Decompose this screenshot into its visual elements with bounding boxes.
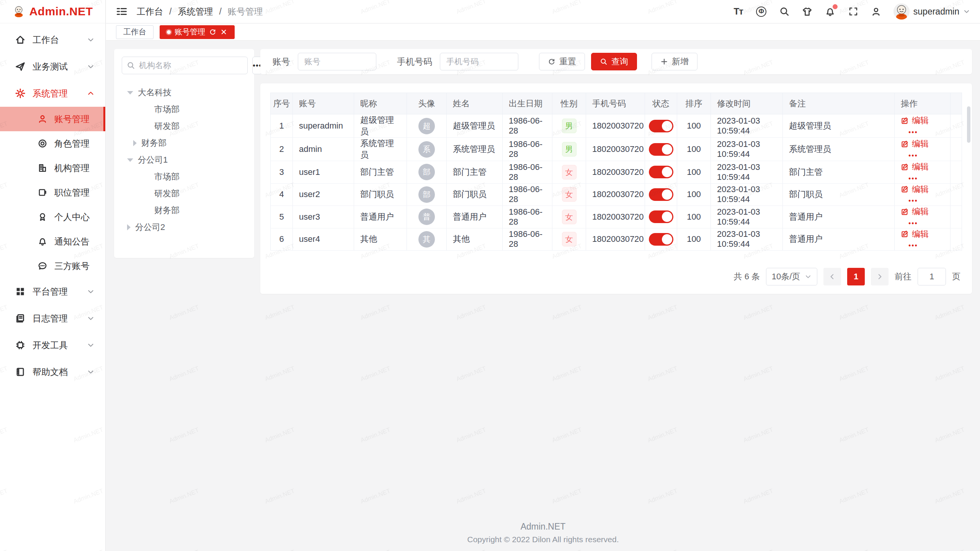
status-toggle[interactable] (649, 120, 673, 132)
theme-icon[interactable] (802, 6, 813, 17)
user-menu[interactable]: superadmin (893, 3, 970, 20)
caret-expanded-icon[interactable] (127, 158, 133, 162)
table-row: 6 user4 其他 其 其他 1986-06-28 女 18020030720… (271, 228, 962, 251)
more-actions-button[interactable]: ••• (908, 220, 918, 227)
add-button[interactable]: 新增 (652, 53, 697, 70)
sidebar-item-personal-center[interactable]: 个人中心 (0, 205, 105, 229)
sidebar-item-label: 三方账号 (54, 260, 90, 272)
notification-bell-icon[interactable] (825, 6, 836, 17)
edit-button[interactable]: 编辑 (901, 161, 929, 173)
document-icon (15, 313, 26, 324)
more-actions-button[interactable]: ••• (908, 197, 918, 205)
status-toggle[interactable] (649, 233, 673, 246)
more-actions-button[interactable]: ••• (908, 152, 918, 160)
sidebar-item-system-management[interactable]: 系统管理 (0, 80, 105, 107)
sidebar-item-label: 平台管理 (33, 286, 87, 298)
edit-button[interactable]: 编辑 (901, 228, 929, 240)
sidebar-item-help-docs[interactable]: 帮助文档 (0, 359, 105, 385)
tree-node[interactable]: 研发部 (122, 185, 247, 202)
tree-node[interactable]: 分公司2 (122, 219, 247, 236)
tree-node[interactable]: 大名科技 (122, 84, 247, 101)
building-icon (38, 163, 47, 173)
more-actions-button[interactable]: ••• (908, 242, 918, 249)
tree-node[interactable]: 市场部 (122, 168, 247, 185)
app-logo[interactable]: Admin.NET (0, 0, 105, 23)
gear-icon (15, 88, 26, 99)
col-actions: 操作 (895, 93, 951, 114)
sidebar-item-business-test[interactable]: 业务测试 (0, 53, 105, 80)
tree-node[interactable]: 研发部 (122, 118, 247, 135)
status-toggle[interactable] (649, 143, 673, 156)
tree-node[interactable]: 财务部 (122, 135, 247, 152)
org-tree: 大名科技 市场部 研发部 财务部 分公司1 市场部 研发部 财务部 分公司2 (122, 84, 247, 236)
caret-collapsed-icon[interactable] (133, 140, 137, 146)
next-page-button[interactable] (871, 268, 889, 285)
profile-icon[interactable] (871, 6, 882, 17)
tab-account-management[interactable]: 账号管理 (160, 25, 235, 39)
logo-monk-icon (12, 5, 25, 18)
search-icon[interactable] (779, 6, 790, 17)
sidebar-item-role-management[interactable]: 角色管理 (0, 131, 105, 156)
table-scrollbar-thumb[interactable] (967, 106, 970, 143)
sidebar-item-label: 职位管理 (54, 187, 90, 199)
accounts-table-panel: 序号 账号 昵称 头像 姓名 出生日期 性别 手机号码 状态 排序 修改时间 备… (260, 83, 972, 294)
page-number-1[interactable]: 1 (847, 268, 865, 285)
edit-button[interactable]: 编辑 (901, 184, 929, 195)
tab-workbench[interactable]: 工作台 (116, 25, 154, 39)
phone-input[interactable] (440, 53, 518, 70)
sidebar-item-platform-management[interactable]: 平台管理 (0, 278, 105, 305)
tree-node[interactable]: 分公司1 (122, 152, 247, 168)
role-icon (38, 139, 47, 148)
sidebar-item-account-management[interactable]: 账号管理 (0, 107, 105, 131)
chevron-left-icon (829, 273, 836, 280)
account-label: 账号 (273, 56, 290, 68)
font-size-icon[interactable]: Tт (733, 6, 744, 17)
reset-button[interactable]: 重置 (539, 53, 585, 70)
edit-button[interactable]: 编辑 (901, 115, 929, 126)
status-toggle[interactable] (649, 188, 673, 201)
breadcrumb-separator: / (169, 7, 172, 17)
caret-collapsed-icon[interactable] (127, 224, 131, 230)
status-toggle[interactable] (649, 210, 673, 223)
sidebar-item-log-management[interactable]: 日志管理 (0, 305, 105, 332)
caret-expanded-icon[interactable] (127, 91, 133, 95)
language-icon[interactable]: Ф (756, 6, 767, 17)
avatar: 其 (418, 231, 435, 248)
account-input[interactable] (298, 53, 376, 70)
more-actions-button[interactable]: ••• (908, 129, 918, 136)
page-size-select[interactable]: 10条/页 (766, 268, 817, 285)
top-bar: 工作台 / 系统管理 / 账号管理 Tт Ф superadmin (106, 0, 980, 23)
more-actions-button[interactable]: ••• (908, 175, 918, 183)
fullscreen-icon[interactable] (848, 6, 859, 17)
tags-view-bar: 工作台 账号管理 (106, 24, 980, 41)
refresh-icon[interactable] (209, 28, 216, 36)
refresh-icon (548, 58, 555, 65)
status-toggle[interactable] (649, 166, 673, 178)
close-icon[interactable] (220, 28, 227, 36)
sidebar-item-notice[interactable]: 通知公告 (0, 229, 105, 254)
prev-page-button[interactable] (823, 268, 841, 285)
chevron-down-icon (87, 315, 95, 322)
avatar: 超 (418, 118, 435, 134)
sidebar-item-workbench[interactable]: 工作台 (0, 26, 105, 53)
sidebar-item-position-management[interactable]: 职位管理 (0, 180, 105, 205)
sidebar-item-label: 通知公告 (54, 236, 90, 248)
chevron-down-icon (87, 341, 95, 349)
edit-button[interactable]: 编辑 (901, 138, 929, 150)
sidebar-item-org-management[interactable]: 机构管理 (0, 156, 105, 180)
chevron-right-icon (876, 273, 883, 280)
goto-page-input[interactable] (918, 268, 946, 285)
breadcrumb-item[interactable]: 工作台 (137, 6, 163, 18)
sidebar-item-thirdparty-account[interactable]: 三方账号 (0, 254, 105, 278)
chevron-down-icon (87, 63, 95, 70)
org-search-input[interactable] (139, 61, 243, 70)
tree-node[interactable]: 市场部 (122, 101, 247, 118)
breadcrumb-item[interactable]: 系统管理 (178, 6, 213, 18)
collapse-menu-icon[interactable] (116, 6, 127, 17)
sidebar-item-dev-tools[interactable]: 开发工具 (0, 332, 105, 359)
edit-button[interactable]: 编辑 (901, 206, 929, 217)
tree-node[interactable]: 财务部 (122, 202, 247, 219)
sidebar: Admin.NET 工作台 业务测试 系统管理 账号管理 角色管理 机构管理 (0, 0, 106, 551)
tab-label: 工作台 (123, 27, 146, 37)
query-button[interactable]: 查询 (591, 53, 637, 70)
